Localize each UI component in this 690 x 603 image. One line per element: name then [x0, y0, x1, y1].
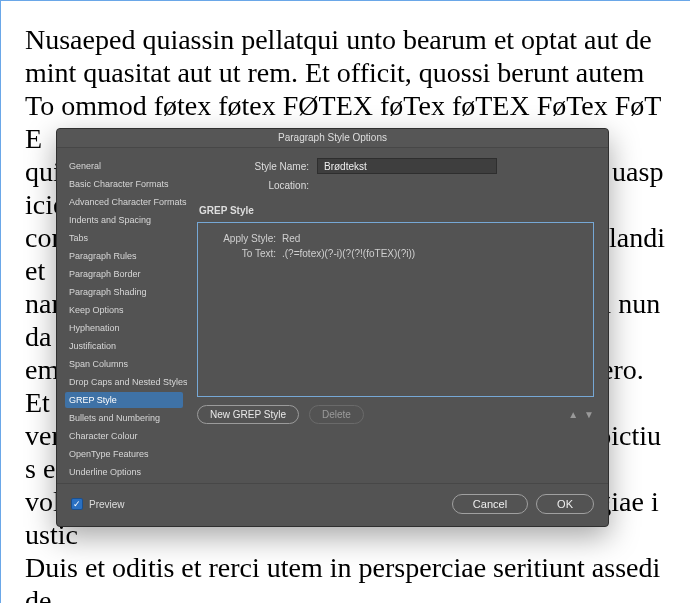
- delete-grep-style-button[interactable]: Delete: [309, 405, 364, 424]
- sidebar-item-tabs[interactable]: Tabs: [65, 230, 183, 246]
- location-row: Location:: [197, 180, 594, 191]
- move-down-icon[interactable]: ▼: [584, 409, 594, 420]
- grep-rules-box[interactable]: Apply Style: Red To Text: .(?=fotex)(?-i…: [197, 222, 594, 397]
- dialog-main-panel: Style Name: Location: GREP Style Apply S…: [187, 148, 608, 483]
- new-grep-style-button[interactable]: New GREP Style: [197, 405, 299, 424]
- sidebar-item-justification[interactable]: Justification: [65, 338, 183, 354]
- style-name-input[interactable]: [317, 158, 497, 174]
- to-text-value[interactable]: .(?=fotex)(?-i)(?(?!(foTEX)(?i)): [282, 248, 415, 259]
- sidebar-item-paragraph-shading[interactable]: Paragraph Shading: [65, 284, 183, 300]
- ok-button[interactable]: OK: [536, 494, 594, 514]
- sidebar-item-paragraph-rules[interactable]: Paragraph Rules: [65, 248, 183, 264]
- sidebar-item-span-columns[interactable]: Span Columns: [65, 356, 183, 372]
- apply-style-value[interactable]: Red: [282, 233, 300, 244]
- reorder-arrows: ▲ ▼: [568, 409, 594, 420]
- move-up-icon[interactable]: ▲: [568, 409, 578, 420]
- sidebar-item-advanced-character-formats[interactable]: Advanced Character Formats: [65, 194, 183, 210]
- sidebar-item-basic-character-formats[interactable]: Basic Character Formats: [65, 176, 183, 192]
- cancel-button[interactable]: Cancel: [452, 494, 528, 514]
- sidebar-item-indents-and-spacing[interactable]: Indents and Spacing: [65, 212, 183, 228]
- location-label: Location:: [197, 180, 317, 191]
- grep-style-heading: GREP Style: [199, 205, 594, 216]
- style-name-label: Style Name:: [197, 161, 317, 172]
- sidebar-item-keep-options[interactable]: Keep Options: [65, 302, 183, 318]
- grep-apply-style-row: Apply Style: Red: [210, 233, 581, 244]
- dialog-title: Paragraph Style Options: [57, 129, 608, 148]
- apply-style-label: Apply Style:: [210, 233, 282, 244]
- dialog-footer: ✓ Preview Cancel OK: [57, 483, 608, 526]
- style-name-row: Style Name:: [197, 158, 594, 174]
- sidebar-item-character-colour[interactable]: Character Colour: [65, 428, 183, 444]
- grep-buttons-row: New GREP Style Delete ▲ ▼: [197, 405, 594, 424]
- sidebar-item-bullets-numbering[interactable]: Bullets and Numbering: [65, 410, 183, 426]
- sidebar-item-underline-options[interactable]: Underline Options: [65, 464, 183, 480]
- to-text-label: To Text:: [210, 248, 282, 259]
- sidebar-item-opentype-features[interactable]: OpenType Features: [65, 446, 183, 462]
- sidebar-item-drop-caps-nested-styles[interactable]: Drop Caps and Nested Styles: [65, 374, 183, 390]
- preview-checkbox[interactable]: ✓: [71, 498, 83, 510]
- sidebar-item-paragraph-border[interactable]: Paragraph Border: [65, 266, 183, 282]
- preview-label: Preview: [89, 499, 125, 510]
- sidebar-item-grep-style[interactable]: GREP Style: [65, 392, 183, 408]
- sidebar-item-hyphenation[interactable]: Hyphenation: [65, 320, 183, 336]
- dialog-body: General Basic Character Formats Advanced…: [57, 148, 608, 483]
- grep-to-text-row: To Text: .(?=fotex)(?-i)(?(?!(foTEX)(?i)…: [210, 248, 581, 259]
- sidebar-item-general[interactable]: General: [65, 158, 183, 174]
- category-sidebar: General Basic Character Formats Advanced…: [57, 148, 187, 483]
- preview-checkbox-wrap[interactable]: ✓ Preview: [71, 498, 125, 510]
- paragraph-style-options-dialog: Paragraph Style Options General Basic Ch…: [56, 128, 609, 527]
